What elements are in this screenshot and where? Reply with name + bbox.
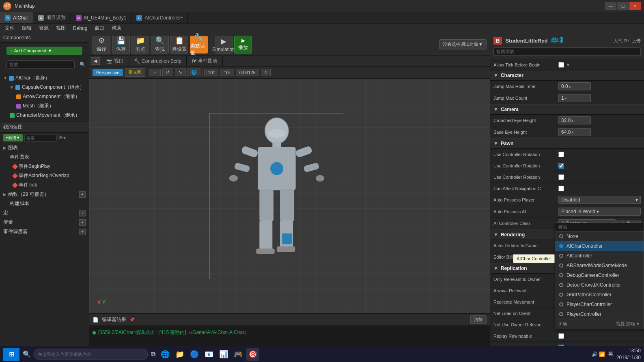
base-eye-spinner[interactable]: 64.0 ▲: [558, 128, 591, 136]
pawn-section-header[interactable]: ▼ Pawn: [490, 139, 644, 149]
browse-button[interactable]: 📁 浏览: [131, 36, 149, 54]
dropdown-debugcamera[interactable]: DebugCameraController: [555, 270, 644, 280]
search-components-input[interactable]: [6, 60, 75, 69]
translate-button[interactable]: ↔: [149, 69, 161, 76]
taskbar-ppt-icon[interactable]: 📊: [217, 348, 230, 361]
arrow-component[interactable]: ArrowComponent（继承）: [13, 92, 89, 101]
taskbar-edge-icon[interactable]: 🌐: [159, 348, 172, 361]
crouched-spin-arrow[interactable]: ▲: [571, 118, 574, 122]
event-graph-node[interactable]: 事件图表: [6, 152, 89, 162]
start-button[interactable]: ⊞: [3, 348, 19, 361]
use-ctrl-rot-3-checkbox[interactable]: [558, 174, 564, 180]
details-search-input[interactable]: [493, 47, 641, 56]
replay-rewindable-checkbox[interactable]: [558, 333, 564, 339]
add-var-button[interactable]: +: [79, 219, 86, 226]
menu-help[interactable]: 帮助: [108, 24, 125, 32]
movement-component[interactable]: CharacterMovement（继承）: [6, 111, 89, 120]
taskbar-chrome-icon[interactable]: 🔵: [188, 348, 201, 361]
jump-max-count-spinner[interactable]: 1 ▲: [558, 94, 591, 102]
functions-header[interactable]: ▶ 函数（29 可覆盖） +: [0, 190, 89, 199]
base-eye-value[interactable]: 64.0 ▲: [558, 128, 641, 136]
tab-construction[interactable]: 🔨 Construction Scrip: [129, 56, 187, 66]
window-controls[interactable]: — □ ×: [605, 2, 641, 10]
task-view-button[interactable]: ⧉: [149, 349, 157, 360]
save-button[interactable]: 💾 保存: [112, 36, 130, 54]
character-section-header[interactable]: ▼ Character: [490, 71, 644, 81]
event-dispatch-header[interactable]: 事件调度器 +: [0, 227, 89, 236]
component-root[interactable]: ▼ AIChar（自身）: [0, 73, 89, 83]
jump-max-count-value[interactable]: 1 ▲: [558, 94, 641, 102]
dropdown-none[interactable]: None: [555, 231, 644, 241]
taskbar-search-input[interactable]: [34, 349, 148, 360]
ai-controller-search-input[interactable]: [555, 223, 644, 231]
minimize-button[interactable]: —: [605, 2, 616, 10]
base-spin-arrow[interactable]: ▲: [571, 130, 574, 134]
allow-tick-checkbox[interactable]: [558, 62, 564, 68]
menu-file[interactable]: 文件: [2, 24, 18, 32]
viewport-nav-button[interactable]: ◀: [91, 57, 100, 65]
dropdown-detourcrowd[interactable]: DetourCrowdAIController: [555, 280, 644, 290]
mesh-component[interactable]: Mesh（继承）: [13, 101, 89, 111]
blueprint-search-input[interactable]: [24, 135, 57, 141]
tab-event-graph[interactable]: 🗺 事件图表: [187, 56, 223, 66]
use-ctrl-rot-1-value[interactable]: [558, 152, 641, 157]
menu-debug[interactable]: Debug: [70, 25, 90, 32]
viewport-area[interactable]: X Y: [89, 79, 490, 313]
graph-header[interactable]: ▶ 图表: [0, 143, 89, 152]
class-defaults-button[interactable]: 🔧 类默认值: [190, 36, 208, 54]
auto-possess-ai-dropdown[interactable]: Placed in World ▾: [558, 208, 641, 216]
use-ctrl-rot-2-value[interactable]: [558, 163, 641, 169]
construction-node[interactable]: 构建脚本: [6, 199, 89, 208]
add-function-button[interactable]: +: [79, 191, 86, 198]
auto-possess-player-value[interactable]: Disabled ▾: [558, 196, 641, 204]
class-settings-button[interactable]: 📋 类设置: [170, 36, 188, 54]
tab-viewport[interactable]: 📷 视口: [101, 56, 129, 66]
dropdown-arshared[interactable]: ARSharedWorldGameMode: [555, 261, 644, 270]
menu-view[interactable]: 视图: [53, 24, 69, 32]
var-header[interactable]: 变量 +: [0, 218, 89, 227]
menu-asset[interactable]: 资源: [36, 24, 52, 32]
world-button[interactable]: 🌐: [187, 69, 200, 76]
new-add-button[interactable]: +新增▼: [3, 134, 23, 141]
dropdown-playercontroller[interactable]: PlayerController: [555, 309, 644, 319]
use-ctrl-rot-3-value[interactable]: [558, 174, 641, 180]
scale-button[interactable]: ⤡: [175, 69, 186, 76]
compile-button[interactable]: ⚙ 编译: [93, 36, 110, 54]
use-ctrl-rot-1-checkbox[interactable]: [558, 152, 564, 157]
taskbar-ue-icon[interactable]: 🎯: [246, 348, 259, 361]
view-options-icon[interactable]: 👁▾: [58, 135, 66, 141]
capsule-component[interactable]: ▼ CapsuleComponent（继承）: [6, 83, 89, 92]
simulation-button[interactable]: ▶ Simulation: [215, 36, 233, 54]
view-options-text[interactable]: 视图选项▼: [616, 321, 640, 328]
jump-max-hold-spinner[interactable]: 0.0 ▲: [558, 82, 591, 90]
tab-controller[interactable]: C AICharController•: [131, 12, 188, 23]
taskbar-mail-icon[interactable]: 📧: [202, 348, 215, 361]
add-dispatch-button[interactable]: +: [79, 229, 86, 235]
spin-up-arrow-2[interactable]: ▲: [564, 96, 568, 100]
dropdown-aicontroller[interactable]: AIController: [555, 251, 644, 261]
event-beginoverlap[interactable]: 事件ActorBeginOverlap: [10, 171, 89, 180]
menu-window[interactable]: 窗口: [91, 24, 108, 32]
auto-possess-ai-value[interactable]: Placed in World ▾: [558, 208, 641, 216]
allow-tick-dropdown[interactable]: ▼: [566, 62, 571, 68]
taskbar-app1-icon[interactable]: 🎮: [232, 348, 245, 361]
find-button[interactable]: 🔍 查找: [151, 36, 169, 54]
dropdown-aicharcontroller[interactable]: AICharController: [555, 241, 644, 251]
event-beginplay[interactable]: 事件BeginPlay: [10, 162, 89, 171]
crouched-eye-spinner[interactable]: 32.0 ▲: [558, 116, 591, 124]
macro-header[interactable]: 宏 +: [0, 208, 89, 218]
use-ctrl-rot-2-checkbox[interactable]: [558, 163, 564, 169]
debug-filter-dropdown[interactable]: 没有选中调试对象▼: [439, 39, 487, 49]
dropdown-playerchar[interactable]: PlayerCharController: [555, 300, 644, 309]
rotate-button[interactable]: ↺: [162, 69, 173, 76]
lighting-button[interactable]: 带光照: [125, 68, 145, 77]
close-button[interactable]: ×: [629, 2, 641, 10]
can-affect-nav-checkbox[interactable]: [558, 186, 564, 191]
event-tick[interactable]: 事件Tick: [10, 180, 89, 190]
auto-possess-player-dropdown[interactable]: Disabled ▾: [558, 196, 641, 204]
tab-aichar[interactable]: B AIChar: [0, 12, 33, 23]
jump-max-hold-value[interactable]: 0.0 ▲: [558, 82, 641, 90]
spin-up-arrow[interactable]: ▲: [568, 84, 572, 88]
tab-mesh[interactable]: M M_UE4Man_Body1: [71, 12, 131, 23]
add-component-button[interactable]: + Add Component ▼: [6, 47, 82, 55]
